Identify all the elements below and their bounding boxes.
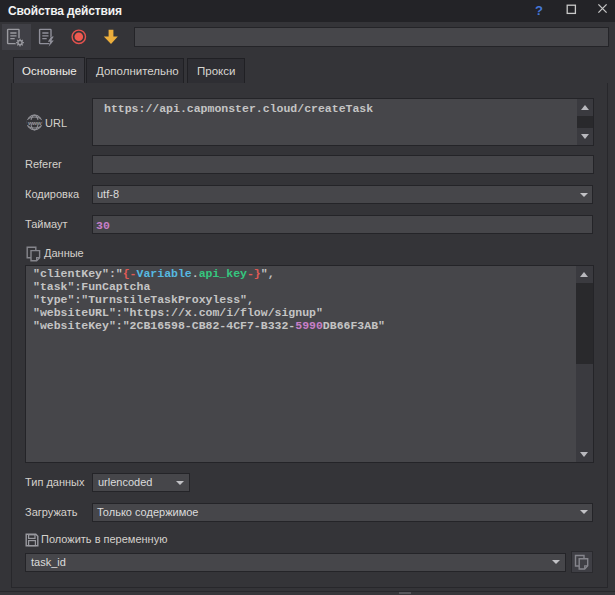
svg-text:www: www [27,119,42,126]
